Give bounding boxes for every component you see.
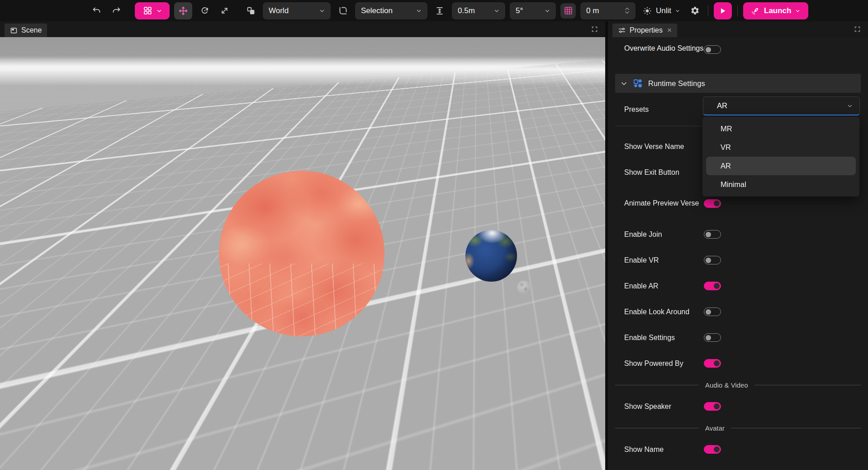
dropdown-option[interactable]: VR xyxy=(702,138,859,157)
snap-move-value: 0.5m xyxy=(458,6,475,15)
undo-button[interactable] xyxy=(89,3,104,19)
neg-x-handle[interactable] xyxy=(545,432,555,442)
asset-library-button[interactable] xyxy=(135,2,170,19)
property-row: Enable Join xyxy=(615,221,861,247)
rotate-icon xyxy=(200,6,209,15)
shortcut-label: Rotate Right xyxy=(122,457,167,466)
toggle-switch[interactable] xyxy=(704,402,721,411)
toggle-knob xyxy=(706,309,711,315)
scale-tool-button[interactable] xyxy=(217,3,232,19)
z-axis-label: Z xyxy=(566,444,570,451)
sun-object[interactable] xyxy=(219,171,384,336)
chevron-up-icon[interactable] xyxy=(625,7,630,10)
grid-toggle-button[interactable] xyxy=(560,3,576,19)
viewport-3d[interactable]: Y X Z F Focus Q Rotate Left E Rotate Rig… xyxy=(0,37,605,470)
close-icon[interactable]: × xyxy=(667,26,672,35)
launch-button[interactable]: Launch xyxy=(743,2,808,19)
property-row: Enable AR xyxy=(615,273,861,299)
properties-expand-button[interactable] xyxy=(854,26,861,33)
gizmo-anchor-dropdown[interactable]: Selection xyxy=(355,2,427,19)
property-label: Show Speaker xyxy=(624,401,704,412)
snap-height-button[interactable] xyxy=(432,3,447,19)
app-window: World Selection 0.5m 5° xyxy=(0,0,868,470)
presets-label: Presets xyxy=(624,104,649,115)
divider-line xyxy=(754,385,861,385)
scale-icon xyxy=(220,6,229,15)
chevron-down-icon xyxy=(319,8,325,14)
shading-mode-value: Unlit xyxy=(656,6,671,15)
runtime-settings-icon xyxy=(633,78,643,88)
property-label: Enable Settings xyxy=(624,332,704,343)
toolbar-divider xyxy=(708,5,708,16)
corner-radius-icon xyxy=(338,6,348,15)
toggle-knob xyxy=(714,446,720,452)
property-label: Show Powered By xyxy=(624,358,704,369)
presets-select[interactable]: AR xyxy=(703,96,860,115)
toggle-switch[interactable] xyxy=(704,230,721,239)
toggle-knob xyxy=(706,232,711,237)
play-icon xyxy=(719,7,726,14)
property-row: Show Name xyxy=(615,436,861,462)
y-axis-label: Y xyxy=(565,416,570,423)
dropdown-option[interactable]: MR xyxy=(702,120,859,138)
earth-object[interactable] xyxy=(465,230,517,282)
section-label: Audio & Video xyxy=(705,381,748,389)
shading-mode-dropdown[interactable]: Unlit xyxy=(640,6,683,15)
presets-dropdown-menu: MRVRARMinimal xyxy=(702,117,859,197)
launch-label: Launch xyxy=(764,6,791,15)
scene-expand-button[interactable] xyxy=(591,26,598,33)
scene-pane: Scene xyxy=(0,21,605,470)
presets-value: AR xyxy=(717,101,727,110)
viewport-settings-button[interactable] xyxy=(687,3,702,19)
toggle-switch[interactable] xyxy=(704,445,721,454)
toggle-switch[interactable] xyxy=(704,256,721,264)
snap-rotate-dropdown[interactable]: 5° xyxy=(510,2,556,19)
chevron-down-icon xyxy=(621,80,627,87)
shortcut-hint: G Grab xyxy=(172,456,205,467)
redo-icon xyxy=(112,6,121,15)
tab-properties[interactable]: Properties × xyxy=(612,24,677,37)
divider-line xyxy=(615,385,699,385)
property-row-overwrite-audio: Overwrite Audio Settings xyxy=(615,37,861,74)
play-button[interactable] xyxy=(714,2,732,19)
bounds-mode-button[interactable] xyxy=(335,3,351,19)
property-label: Animate Preview Verse xyxy=(624,198,704,208)
dropdown-option[interactable]: AR xyxy=(706,157,856,175)
pivot-icon xyxy=(246,6,256,15)
runtime-settings-header[interactable]: Runtime Settings xyxy=(615,74,861,93)
toggle-switch[interactable] xyxy=(704,199,721,208)
moon-object[interactable] xyxy=(517,281,531,294)
transform-space-dropdown[interactable]: World xyxy=(263,2,331,19)
chevron-down-icon xyxy=(847,103,853,109)
shortcut-label: Deselect All xyxy=(226,457,269,466)
chevron-down-icon xyxy=(675,8,680,14)
toggle-knob xyxy=(714,360,720,366)
toggle-switch[interactable] xyxy=(704,282,721,290)
toggle-knob xyxy=(714,201,720,206)
neg-z-handle[interactable] xyxy=(563,424,573,434)
tab-scene[interactable]: Scene xyxy=(5,24,47,37)
horizon-fog xyxy=(0,57,605,86)
rotate-tool-button[interactable] xyxy=(197,3,212,19)
chevron-down-icon xyxy=(494,8,499,14)
property-label: Enable AR xyxy=(624,281,704,291)
key-badge: Q xyxy=(47,456,59,467)
toggle-switch[interactable] xyxy=(704,307,721,316)
shortcut-hint: Q Rotate Left xyxy=(47,456,102,467)
overwrite-audio-toggle[interactable] xyxy=(704,45,721,54)
properties-content: Overwrite Audio Settings Runtime Setting… xyxy=(608,37,868,470)
scene-tabbar: Scene xyxy=(0,21,605,37)
top-toolbar: World Selection 0.5m 5° xyxy=(0,0,868,21)
dropdown-option[interactable]: Minimal xyxy=(702,175,859,194)
toggle-switch[interactable] xyxy=(704,333,721,342)
toggle-switch[interactable] xyxy=(704,359,721,368)
elevation-stepper[interactable]: 0 m xyxy=(580,2,636,19)
move-tool-button[interactable] xyxy=(174,2,192,19)
snap-move-dropdown[interactable]: 0.5m xyxy=(452,2,505,19)
shortcut-hint: Esc Deselect All xyxy=(210,456,269,467)
gear-icon xyxy=(690,6,700,15)
chevron-down-icon[interactable] xyxy=(625,11,630,14)
axis-gizmo[interactable]: Y X Z xyxy=(541,409,596,463)
pivot-mode-button[interactable] xyxy=(243,3,258,19)
redo-button[interactable] xyxy=(109,3,124,19)
